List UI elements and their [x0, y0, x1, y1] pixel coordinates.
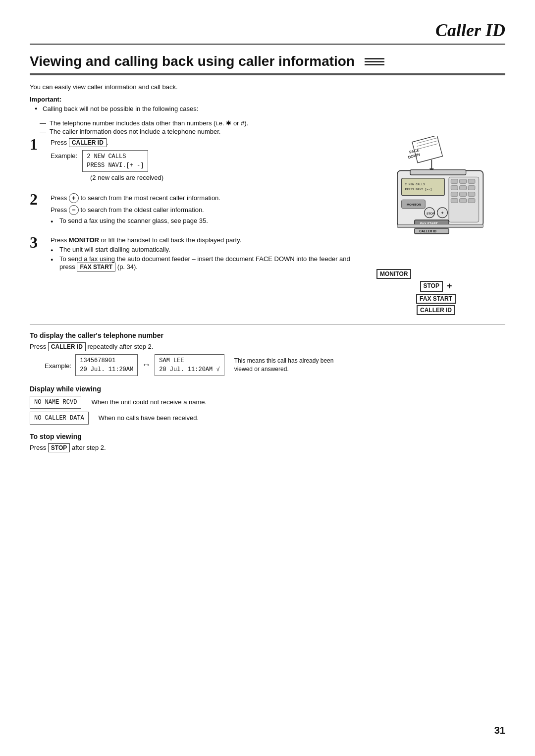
caller-number-section: To display the caller's telephone number… [30, 331, 505, 376]
important-bullet-list: Calling back will not be possible in the… [35, 105, 505, 112]
stop-diag-label: STOP [420, 281, 443, 292]
step-3-bullet1: ● The unit will start dialling automatic… [51, 246, 357, 253]
caller-example-label: Example: [45, 360, 71, 370]
fax-start-button-ref: FAX START [77, 263, 115, 271]
section-divider-1 [30, 324, 505, 324]
step-1-lcd-line1: 2 NEW CALLS [87, 153, 126, 160]
svg-rect-24 [460, 199, 467, 203]
svg-text:STOP: STOP [427, 212, 434, 215]
diagram-labels: MONITOR STOP + FAX START CALLER ID [367, 269, 505, 315]
svg-line-2 [417, 141, 438, 146]
stop-plus-row: STOP + [367, 281, 505, 292]
caller-lcd2: SAM LEE 20 Jul. 11:20AM √ [155, 354, 224, 376]
step-2-line2: Press − to search from the oldest caller… [51, 205, 357, 215]
step-1-example-label: Example: [51, 150, 77, 160]
fax-start-diag-label: FAX START [416, 294, 456, 304]
steps-column: 1 Press CALLER ID. Example: 2 NEW CALLS … [30, 136, 357, 315]
no-name-rcvd-text: NO NAME RCVD [34, 399, 77, 406]
svg-rect-9 [410, 170, 466, 175]
step-1-example-row: Example: 2 NEW CALLS PRESS NAVI.[+ -] [51, 150, 357, 172]
caller-arrow: ↔ [142, 360, 151, 370]
step-2-bullet1: ● To send a fax using the scanner glass,… [51, 217, 357, 224]
svg-rect-21 [460, 192, 467, 197]
step-3: 3 Press MONITOR or lift the handset to c… [30, 234, 357, 273]
caller-number-heading: To display the caller's telephone number [30, 331, 505, 339]
page-header: Caller ID [30, 20, 505, 45]
svg-rect-25 [468, 199, 475, 203]
caller-note: This means this call has already been vi… [234, 357, 343, 374]
step-3-content: Press MONITOR or lift the handset to cal… [51, 234, 357, 273]
fax-machine-diagram: FACE DOWN 2 NEW CALLS PRESS NAVI.[+-] [372, 136, 500, 265]
svg-rect-14 [451, 179, 458, 184]
title-decoration [365, 58, 384, 65]
page-number: 31 [494, 725, 505, 736]
caller-lcd2-line1: SAM LEE [159, 357, 184, 364]
svg-rect-20 [451, 192, 458, 197]
step-1-instruction: Press CALLER ID. [51, 138, 357, 147]
intro-text: You can easily view caller information a… [30, 83, 505, 91]
important-bullet-1: Calling back will not be possible in the… [35, 105, 505, 112]
important-section: Important: Calling back will not be poss… [30, 96, 505, 135]
no-name-rcvd-desc: When the unit could not receive a name. [91, 398, 207, 406]
step-1-lcd-line2: PRESS NAVI.[+ -] [87, 162, 144, 169]
step-3-bullet2: ● To send a fax using the auto document … [51, 255, 357, 271]
svg-rect-17 [451, 186, 458, 190]
page-title: Caller ID [30, 20, 505, 41]
svg-text:MONITOR: MONITOR [407, 203, 421, 206]
caller-lcd1-line2: 20 Jul. 11:20AM [80, 366, 133, 373]
display-while-viewing-heading: Display while viewing [30, 385, 505, 393]
svg-text:2 NEW CALLS: 2 NEW CALLS [405, 183, 425, 186]
main-title: Viewing and calling back using caller in… [30, 54, 505, 75]
step-2-line1: Press + to search from the most recent c… [51, 193, 357, 203]
caller-id-button-ref: CALLER ID [69, 138, 107, 147]
display-while-viewing-section: Display while viewing NO NAME RCVD When … [30, 385, 505, 425]
svg-line-1 [417, 138, 438, 143]
step-2-bullet1-text: To send a fax using the scanner glass, s… [59, 217, 208, 224]
stop-btn-ref: STOP [48, 443, 70, 452]
svg-text:CALLER ID: CALLER ID [419, 229, 436, 233]
stop-viewing-heading: To stop viewing [30, 432, 505, 440]
step-3-bullet2-text: To send a fax using the auto document fe… [59, 255, 357, 271]
step-1: 1 Press CALLER ID. Example: 2 NEW CALLS … [30, 136, 357, 183]
important-dash-2: The caller information does not include … [40, 128, 505, 135]
svg-rect-16 [468, 179, 475, 184]
main-title-text: Viewing and calling back using caller in… [30, 54, 355, 69]
step-2-number: 2 [30, 191, 44, 226]
display-row-2: NO CALLER DATA When no calls have been r… [30, 412, 505, 425]
no-caller-data-lcd: NO CALLER DATA [30, 412, 89, 425]
no-name-rcvd-lcd: NO NAME RCVD [30, 396, 81, 409]
caller-lcd2-line2: 20 Jul. 11:20AM √ [159, 366, 219, 373]
step-1-note: (2 new calls are received) [90, 174, 357, 181]
no-caller-data-desc: When no calls have been received. [99, 414, 199, 422]
step-3-bullet2-dot: ● [51, 255, 56, 271]
step-3-bullet1-text: The unit will start dialling automatical… [59, 246, 170, 253]
svg-rect-36 [397, 224, 483, 228]
stop-viewing-section: To stop viewing Press STOP after step 2. [30, 432, 505, 452]
important-label: Important: [30, 96, 505, 103]
minus-button-ref: − [69, 205, 79, 215]
svg-text:PRESS NAVI.[+-]: PRESS NAVI.[+-] [405, 188, 432, 191]
step-3-number: 3 [30, 234, 44, 273]
caller-lcd1: 1345678901 20 Jul. 11:20AM [75, 354, 138, 376]
svg-line-3 [417, 144, 438, 149]
step-2-content: Press + to search from the most recent c… [51, 191, 357, 226]
svg-rect-18 [460, 186, 467, 190]
step-1-lcd: 2 NEW CALLS PRESS NAVI.[+ -] [82, 150, 148, 172]
plus-button-ref: + [69, 193, 79, 203]
svg-rect-22 [468, 192, 475, 197]
display-row-1: NO NAME RCVD When the unit could not rec… [30, 396, 505, 409]
no-caller-data-text: NO CALLER DATA [34, 415, 84, 422]
stop-viewing-instruction: Press STOP after step 2. [30, 443, 505, 452]
step-3-line1: Press MONITOR or lift the handset to cal… [51, 236, 357, 244]
svg-rect-23 [451, 199, 458, 203]
caller-number-instruction: Press CALLER ID repeatedly after step 2. [30, 342, 505, 351]
caller-id-btn-ref2: CALLER ID [48, 342, 86, 351]
svg-rect-19 [468, 186, 475, 190]
caller-example-row: Example: 1345678901 20 Jul. 11:20AM ↔ SA… [45, 354, 505, 376]
svg-text:+: + [441, 211, 443, 216]
monitor-button-ref: MONITOR [69, 236, 99, 244]
diagram-column: FACE DOWN 2 NEW CALLS PRESS NAVI.[+-] [367, 136, 505, 315]
monitor-diag-label: MONITOR [376, 269, 411, 279]
caller-lcd1-line1: 1345678901 [80, 357, 115, 364]
step-2-bullet-dot: ● [51, 217, 56, 224]
